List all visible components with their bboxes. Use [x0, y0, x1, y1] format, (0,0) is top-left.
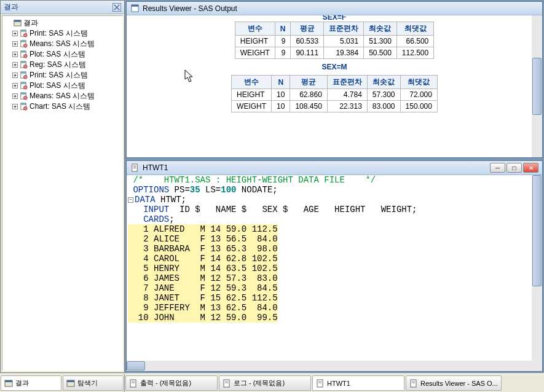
tab-label: 출력 - (제목없음): [140, 378, 191, 388]
tree-item-label: Reg: SAS 시스템: [30, 60, 86, 70]
tab-label: 결과: [15, 378, 29, 388]
results-viewer-title: Results Viewer - SAS Output: [143, 4, 237, 13]
tree-item-label: Print: SAS 시스템: [30, 70, 88, 80]
svg-rect-4: [14, 20, 21, 22]
editor-hscrollbar[interactable]: [127, 361, 532, 371]
tab-label: 탐색기: [77, 378, 98, 388]
tree-item[interactable]: +Means: SAS 시스템: [4, 91, 121, 101]
svg-point-25: [24, 96, 28, 100]
tree-item-label: Plot: SAS 시스템: [30, 80, 85, 91]
expand-icon[interactable]: +: [12, 104, 18, 109]
tree-item-label: Means: SAS 시스템: [30, 91, 95, 101]
svg-rect-36: [5, 380, 12, 382]
stats-table-f: 변수N평균표준편차최솟값최댓값 HEIGHT960.5335.03151.300…: [235, 22, 434, 59]
table-header: 최댓값: [396, 22, 433, 36]
tree-item[interactable]: +Reg: SAS 시스템: [4, 60, 121, 70]
results-sidebar: 결과 결과 +Print: SAS 시스템+Means: SAS 시스템+Plo…: [0, 0, 125, 373]
output-item-icon: [19, 29, 28, 38]
tree-item[interactable]: +Print: SAS 시스템: [4, 28, 121, 39]
output-item-icon: [19, 81, 28, 90]
svg-rect-30: [132, 5, 138, 7]
svg-rect-39: [130, 380, 136, 387]
tab-icon: [409, 379, 418, 388]
svg-rect-24: [21, 93, 26, 95]
editor-vscrollbar[interactable]: [532, 175, 542, 361]
window-tab[interactable]: 로그 - (제목없음): [219, 375, 311, 391]
expand-icon[interactable]: +: [12, 62, 18, 68]
table-header: 평균: [291, 22, 324, 36]
window-tab[interactable]: 출력 - (제목없음): [125, 375, 218, 391]
table-header: 표준편차: [324, 22, 364, 36]
editor-body[interactable]: /* HTWT1.SAS : HEIGHT-WEIGHT DATA FILE *…: [127, 175, 542, 371]
editor-file-icon: [130, 163, 140, 173]
table-header: 최댓값: [400, 76, 437, 89]
results-scrollbar[interactable]: [532, 15, 542, 157]
tree-item[interactable]: +Print: SAS 시스템: [4, 70, 121, 80]
svg-rect-18: [21, 72, 26, 74]
svg-rect-48: [411, 380, 416, 387]
svg-rect-42: [224, 380, 229, 387]
table-header: N: [272, 76, 290, 89]
svg-rect-27: [21, 103, 26, 105]
expand-icon[interactable]: +: [12, 73, 18, 78]
expand-icon[interactable]: +: [12, 83, 18, 88]
tree-item[interactable]: +Plot: SAS 시스템: [4, 80, 121, 91]
table-row: WEIGHT990.11119.38450.500112.500: [235, 47, 433, 59]
tree-item[interactable]: +Means: SAS 시스템: [4, 39, 121, 49]
expand-icon[interactable]: +: [12, 93, 18, 99]
svg-point-10: [24, 44, 28, 48]
svg-rect-6: [21, 30, 26, 32]
tree-root[interactable]: 결과: [4, 18, 121, 28]
sidebar-close-icon[interactable]: [112, 4, 121, 11]
results-viewer-titlebar[interactable]: Results Viewer - SAS Output: [127, 2, 542, 15]
tab-icon: [4, 379, 13, 388]
expand-icon[interactable]: +: [12, 41, 18, 47]
svg-rect-21: [21, 82, 26, 84]
svg-rect-15: [21, 61, 26, 63]
table-header: 최솟값: [367, 76, 400, 89]
editor-titlebar[interactable]: HTWT1 ─ □ ✕: [127, 161, 542, 175]
tab-label: Results Viewer - SAS O...: [420, 380, 498, 387]
tree-item-label: Means: SAS 시스템: [30, 39, 95, 49]
close-button[interactable]: ✕: [523, 163, 538, 173]
window-tab[interactable]: HTWT1: [312, 375, 404, 391]
table-header: N: [275, 22, 291, 36]
tab-label: 로그 - (제목없음): [234, 378, 285, 388]
svg-rect-9: [21, 41, 26, 42]
tree-item[interactable]: +Chart: SAS 시스템: [4, 101, 121, 112]
results-root-icon: [13, 18, 22, 28]
sidebar-tab[interactable]: 탐색기: [63, 375, 124, 391]
tree-item[interactable]: +Plot: SAS 시스템: [4, 49, 121, 60]
group-label-m: SEX=M: [133, 63, 536, 71]
output-item-icon: [19, 60, 28, 69]
svg-point-16: [24, 65, 28, 69]
output-item-icon: [19, 50, 28, 59]
sidebar-tab[interactable]: 결과: [1, 375, 61, 391]
window-tab[interactable]: Results Viewer - SAS O...: [406, 375, 502, 391]
tab-icon: [129, 379, 138, 388]
expand-icon[interactable]: +: [12, 52, 18, 57]
minimize-button[interactable]: ─: [490, 163, 505, 173]
svg-rect-45: [317, 380, 323, 387]
fold-icon[interactable]: -: [128, 197, 133, 203]
svg-point-28: [24, 107, 28, 111]
table-header: 표준편차: [327, 76, 367, 89]
results-tree[interactable]: 결과 +Print: SAS 시스템+Means: SAS 시스템+Plot: …: [2, 15, 123, 371]
editor-title: HTWT1: [143, 163, 168, 172]
svg-rect-38: [67, 380, 74, 382]
expand-icon[interactable]: +: [12, 31, 18, 36]
table-row: HEIGHT1062.8604.78457.30072.000: [232, 89, 438, 101]
stats-table-m: 변수N평균표준편차최솟값최댓값 HEIGHT1062.8604.78457.30…: [231, 75, 438, 112]
maximize-button[interactable]: □: [507, 163, 522, 173]
tab-icon: [66, 379, 75, 388]
svg-point-22: [24, 86, 28, 90]
table-header: 변수: [232, 76, 272, 89]
tree-item-label: Print: SAS 시스템: [30, 28, 88, 39]
table-header: 최솟값: [364, 22, 397, 36]
editor-window: HTWT1 ─ □ ✕ /* HTWT1.SAS : HEIGHT-WEIGHT…: [126, 160, 543, 372]
output-item-icon: [19, 39, 28, 49]
tree-item-label: Plot: SAS 시스템: [30, 49, 85, 60]
results-viewer-window: Results Viewer - SAS Output SEX=F 변수N평균표…: [126, 1, 543, 158]
output-item-icon: [19, 92, 28, 101]
sidebar-title-text: 결과: [4, 2, 18, 12]
